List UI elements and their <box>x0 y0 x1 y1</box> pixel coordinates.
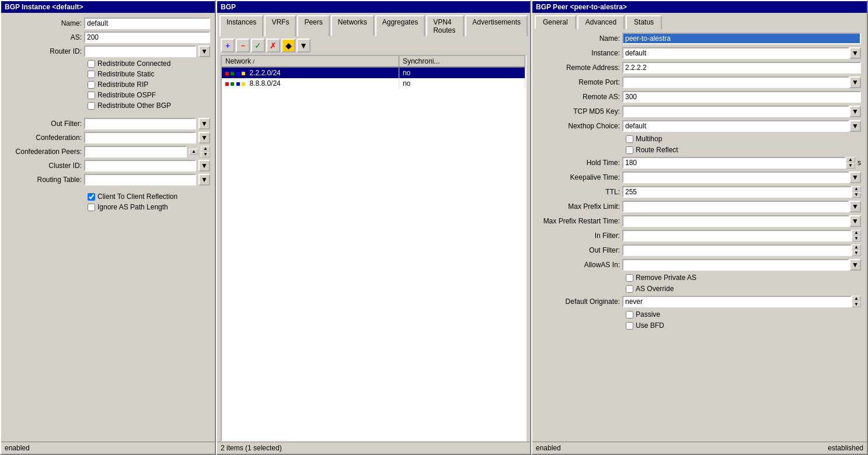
col-sync[interactable]: Synchroni... <box>399 56 525 67</box>
hold-time-up[interactable]: ▲ <box>846 157 855 163</box>
confederation-row: Confederation: ▼ <box>6 132 210 144</box>
redist-connected-checkbox[interactable] <box>88 60 95 68</box>
peer-name-input[interactable] <box>622 33 861 44</box>
confederation-dropdown[interactable]: ▼ <box>198 132 210 144</box>
ignore-as-checkbox[interactable] <box>88 204 95 211</box>
in-filter-down[interactable]: ▼ <box>852 236 861 242</box>
as-input[interactable] <box>84 32 210 43</box>
name-input[interactable] <box>84 18 210 29</box>
redist-static-checkbox[interactable] <box>88 71 95 78</box>
multihop-checkbox[interactable] <box>626 135 633 143</box>
remove-button[interactable]: − <box>236 38 250 52</box>
routing-table-dropdown[interactable]: ▼ <box>198 174 210 186</box>
ttl-up[interactable]: ▲ <box>852 186 861 192</box>
remove-private-as-checkbox[interactable] <box>626 274 633 282</box>
ignore-as-row: Ignore AS Path Length <box>88 203 210 211</box>
default-originate-up[interactable]: ▲ <box>852 296 861 302</box>
confederation-peers-up[interactable]: ▲ <box>189 149 198 155</box>
as-override-checkbox[interactable] <box>626 285 633 293</box>
use-bfd-checkbox[interactable] <box>626 322 633 330</box>
instance-value: default <box>622 47 849 59</box>
hold-time-row: Hold Time: 180 ▲ ▼ s <box>538 157 861 169</box>
remote-address-row: Remote Address: <box>538 62 861 74</box>
tab-instances[interactable]: Instances <box>219 15 263 36</box>
multihop-row: Multihop <box>626 135 861 143</box>
table-row[interactable]: 2.2.2.0/24 no <box>222 67 525 78</box>
routing-table-input[interactable] <box>84 174 196 186</box>
hold-time-value: 180 <box>622 157 846 169</box>
conf-peers-down[interactable]: ▼ <box>201 152 210 158</box>
hold-time-down[interactable]: ▼ <box>846 163 855 169</box>
remote-as-label: Remote AS: <box>538 93 620 101</box>
tab-general[interactable]: General <box>535 15 576 29</box>
client-reflection-row: Client To Client Reflection <box>88 192 210 201</box>
conf-peers-up[interactable]: ▲ <box>201 146 210 152</box>
route-reflect-checkbox[interactable] <box>626 146 633 154</box>
networks-table-container: Network / Synchroni... <box>221 55 527 442</box>
highlight-button[interactable]: ◆ <box>281 38 295 52</box>
cell-network: 8.8.8.0/24 <box>222 78 399 89</box>
in-filter-label: In Filter: <box>538 232 620 240</box>
default-originate-down[interactable]: ▼ <box>852 302 861 307</box>
confederation-input[interactable] <box>84 132 196 144</box>
redist-ospf-checkbox[interactable] <box>88 92 95 99</box>
peer-name-label: Name: <box>538 34 620 43</box>
out-filter-input[interactable] <box>84 118 196 130</box>
cancel-button[interactable]: ✗ <box>266 38 280 52</box>
remote-as-row: Remote AS: <box>538 91 861 103</box>
nexthop-dropdown[interactable]: ▼ <box>849 120 861 132</box>
as-row: AS: <box>6 32 210 43</box>
redist-bgp-checkbox[interactable] <box>88 102 95 110</box>
client-reflection-label: Client To Client Reflection <box>97 192 177 201</box>
filter-button[interactable]: ▼ <box>297 38 311 52</box>
cell-sync: no <box>399 78 525 89</box>
allowas-row: AllowAS In: ▼ <box>538 259 861 271</box>
out-filter-up[interactable]: ▲ <box>852 244 861 250</box>
tab-vrfs[interactable]: VRFs <box>264 15 296 36</box>
router-id-input[interactable] <box>84 46 196 57</box>
use-bfd-label: Use BFD <box>636 321 664 330</box>
in-filter-up[interactable]: ▲ <box>852 230 861 236</box>
cluster-id-dropdown[interactable]: ▼ <box>198 160 210 172</box>
allowas-dropdown[interactable]: ▼ <box>849 259 861 271</box>
cell-network: 2.2.2.0/24 <box>222 67 399 78</box>
out-filter-down[interactable]: ▼ <box>852 250 861 256</box>
confederation-peers-input[interactable] <box>84 146 187 158</box>
toolbar: + − ✓ ✗ ◆ ▼ <box>217 36 530 55</box>
right-status-bar: enabled established <box>532 442 867 454</box>
table-row[interactable]: 8.8.8.0/24 no <box>222 78 525 89</box>
confederation-peers-label: Confederation Peers: <box>6 148 82 156</box>
remote-address-input[interactable] <box>622 62 861 74</box>
tab-vpn4-routes[interactable]: VPN4 Routes <box>426 15 464 36</box>
client-reflection-checkbox[interactable] <box>88 193 95 201</box>
tab-advanced[interactable]: Advanced <box>577 15 625 29</box>
max-prefix-dropdown[interactable]: ▼ <box>849 201 861 212</box>
out-filter-right-value <box>622 244 852 256</box>
add-button[interactable]: + <box>221 38 235 52</box>
tab-status[interactable]: Status <box>626 15 662 29</box>
max-prefix-value <box>622 201 849 212</box>
router-id-dropdown[interactable]: ▼ <box>198 46 210 57</box>
tcp-md5-dropdown[interactable]: ▼ <box>849 106 861 117</box>
tab-peers[interactable]: Peers <box>297 15 329 36</box>
redist-rip-checkbox[interactable] <box>88 81 95 89</box>
left-panel-title: BGP Instance <default> <box>1 1 215 13</box>
tab-aggregates[interactable]: Aggregates <box>375 15 425 36</box>
tab-advertisements[interactable]: Advertisements <box>465 15 528 36</box>
apply-button[interactable]: ✓ <box>251 38 265 52</box>
ttl-down[interactable]: ▼ <box>852 192 861 198</box>
router-id-label: Router ID: <box>6 47 82 55</box>
col-network[interactable]: Network / <box>222 56 399 67</box>
out-filter-dropdown[interactable]: ▼ <box>198 118 210 130</box>
max-prefix-restart-value <box>622 215 849 227</box>
instance-dropdown[interactable]: ▼ <box>849 47 861 59</box>
tab-networks[interactable]: Networks <box>331 15 374 36</box>
cluster-id-row: Cluster ID: ▼ <box>6 160 210 172</box>
remote-port-dropdown[interactable]: ▼ <box>849 76 861 88</box>
passive-checkbox[interactable] <box>626 311 633 318</box>
keepalive-dropdown[interactable]: ▼ <box>849 172 861 183</box>
remote-port-value <box>622 76 849 88</box>
cluster-id-input[interactable] <box>84 160 196 172</box>
remote-as-input[interactable] <box>622 91 861 103</box>
max-prefix-restart-dropdown[interactable]: ▼ <box>849 215 861 227</box>
